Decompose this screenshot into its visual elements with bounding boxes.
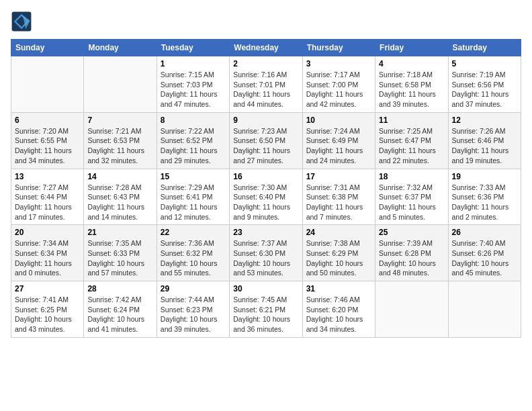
day-detail: Sunrise: 7:37 AM Sunset: 6:30 PM Dayligh… [233, 238, 298, 278]
calendar-cell: 22Sunrise: 7:36 AM Sunset: 6:32 PM Dayli… [157, 225, 229, 281]
day-detail: Sunrise: 7:35 AM Sunset: 6:33 PM Dayligh… [87, 238, 152, 278]
day-detail: Sunrise: 7:18 AM Sunset: 6:58 PM Dayligh… [379, 70, 444, 109]
calendar-cell: 8Sunrise: 7:22 AM Sunset: 6:52 PM Daylig… [157, 112, 229, 169]
day-header-sunday: Sunday [11, 40, 84, 56]
day-number: 9 [233, 116, 298, 125]
calendar-cell: 29Sunrise: 7:44 AM Sunset: 6:23 PM Dayli… [157, 281, 229, 338]
calendar-week-2: 6Sunrise: 7:20 AM Sunset: 6:55 PM Daylig… [11, 112, 521, 169]
calendar-cell: 5Sunrise: 7:19 AM Sunset: 6:56 PM Daylig… [448, 56, 521, 113]
calendar-cell: 17Sunrise: 7:31 AM Sunset: 6:38 PM Dayli… [302, 169, 375, 225]
calendar-table: SundayMondayTuesdayWednesdayThursdayFrid… [11, 39, 521, 338]
calendar-cell: 19Sunrise: 7:33 AM Sunset: 6:36 PM Dayli… [448, 169, 521, 225]
logo-icon [11, 11, 32, 32]
calendar-cell: 12Sunrise: 7:26 AM Sunset: 6:46 PM Dayli… [448, 112, 521, 169]
day-header-friday: Friday [375, 40, 448, 56]
day-detail: Sunrise: 7:25 AM Sunset: 6:47 PM Dayligh… [379, 126, 444, 166]
calendar-week-4: 20Sunrise: 7:34 AM Sunset: 6:34 PM Dayli… [11, 225, 521, 281]
day-detail: Sunrise: 7:22 AM Sunset: 6:52 PM Dayligh… [161, 126, 226, 166]
calendar-cell: 7Sunrise: 7:21 AM Sunset: 6:53 PM Daylig… [84, 112, 157, 169]
calendar-cell: 16Sunrise: 7:30 AM Sunset: 6:40 PM Dayli… [230, 169, 302, 225]
calendar-cell: 9Sunrise: 7:23 AM Sunset: 6:50 PM Daylig… [230, 112, 302, 169]
day-header-thursday: Thursday [302, 40, 375, 56]
day-detail: Sunrise: 7:15 AM Sunset: 7:03 PM Dayligh… [161, 70, 226, 109]
day-number: 1 [161, 59, 226, 68]
calendar-cell [84, 56, 157, 113]
day-detail: Sunrise: 7:16 AM Sunset: 7:01 PM Dayligh… [233, 70, 298, 109]
day-number: 8 [161, 116, 226, 125]
calendar-cell: 3Sunrise: 7:17 AM Sunset: 7:00 PM Daylig… [302, 56, 375, 113]
logo [11, 11, 35, 32]
day-number: 20 [15, 228, 80, 237]
day-header-wednesday: Wednesday [230, 40, 302, 56]
calendar-cell: 25Sunrise: 7:39 AM Sunset: 6:28 PM Dayli… [375, 225, 448, 281]
day-number: 22 [161, 228, 226, 237]
day-detail: Sunrise: 7:34 AM Sunset: 6:34 PM Dayligh… [15, 238, 80, 278]
day-detail: Sunrise: 7:36 AM Sunset: 6:32 PM Dayligh… [161, 238, 226, 278]
day-number: 18 [379, 172, 444, 181]
day-number: 26 [452, 228, 517, 237]
calendar-cell: 27Sunrise: 7:41 AM Sunset: 6:25 PM Dayli… [11, 281, 84, 338]
day-number: 5 [452, 59, 517, 68]
day-number: 19 [452, 172, 517, 181]
calendar-cell: 2Sunrise: 7:16 AM Sunset: 7:01 PM Daylig… [230, 56, 302, 113]
day-detail: Sunrise: 7:38 AM Sunset: 6:29 PM Dayligh… [306, 238, 371, 278]
calendar-cell: 14Sunrise: 7:28 AM Sunset: 6:43 PM Dayli… [84, 169, 157, 225]
calendar-cell: 31Sunrise: 7:46 AM Sunset: 6:20 PM Dayli… [302, 281, 375, 338]
day-detail: Sunrise: 7:45 AM Sunset: 6:21 PM Dayligh… [233, 295, 298, 334]
day-number: 27 [15, 284, 80, 293]
calendar-cell: 23Sunrise: 7:37 AM Sunset: 6:30 PM Dayli… [230, 225, 302, 281]
day-detail: Sunrise: 7:27 AM Sunset: 6:44 PM Dayligh… [15, 183, 80, 222]
day-detail: Sunrise: 7:29 AM Sunset: 6:41 PM Dayligh… [161, 183, 226, 222]
day-detail: Sunrise: 7:23 AM Sunset: 6:50 PM Dayligh… [233, 126, 298, 166]
day-number: 31 [306, 284, 371, 293]
calendar-cell: 24Sunrise: 7:38 AM Sunset: 6:29 PM Dayli… [302, 225, 375, 281]
day-number: 30 [233, 284, 298, 293]
day-detail: Sunrise: 7:40 AM Sunset: 6:26 PM Dayligh… [452, 238, 517, 278]
calendar-cell: 26Sunrise: 7:40 AM Sunset: 6:26 PM Dayli… [448, 225, 521, 281]
day-number: 25 [379, 228, 444, 237]
day-detail: Sunrise: 7:33 AM Sunset: 6:36 PM Dayligh… [452, 183, 517, 222]
calendar-cell: 1Sunrise: 7:15 AM Sunset: 7:03 PM Daylig… [157, 56, 229, 113]
day-number: 17 [306, 172, 371, 181]
calendar-header: SundayMondayTuesdayWednesdayThursdayFrid… [11, 40, 521, 56]
day-number: 3 [306, 59, 371, 68]
day-detail: Sunrise: 7:41 AM Sunset: 6:25 PM Dayligh… [15, 295, 80, 334]
day-number: 2 [233, 59, 298, 68]
day-number: 21 [87, 228, 152, 237]
calendar-cell: 18Sunrise: 7:32 AM Sunset: 6:37 PM Dayli… [375, 169, 448, 225]
calendar-cell: 13Sunrise: 7:27 AM Sunset: 6:44 PM Dayli… [11, 169, 84, 225]
day-number: 6 [15, 116, 80, 125]
day-number: 12 [452, 116, 517, 125]
day-detail: Sunrise: 7:19 AM Sunset: 6:56 PM Dayligh… [452, 70, 517, 109]
day-number: 16 [233, 172, 298, 181]
day-number: 14 [87, 172, 152, 181]
day-number: 23 [233, 228, 298, 237]
calendar-cell: 10Sunrise: 7:24 AM Sunset: 6:49 PM Dayli… [302, 112, 375, 169]
day-header-saturday: Saturday [448, 40, 521, 56]
day-detail: Sunrise: 7:20 AM Sunset: 6:55 PM Dayligh… [15, 126, 80, 166]
day-number: 10 [306, 116, 371, 125]
day-header-monday: Monday [84, 40, 157, 56]
day-detail: Sunrise: 7:42 AM Sunset: 6:24 PM Dayligh… [87, 295, 152, 334]
day-number: 24 [306, 228, 371, 237]
day-number: 28 [87, 284, 152, 293]
calendar-cell: 28Sunrise: 7:42 AM Sunset: 6:24 PM Dayli… [84, 281, 157, 338]
calendar-cell: 15Sunrise: 7:29 AM Sunset: 6:41 PM Dayli… [157, 169, 229, 225]
calendar-cell: 30Sunrise: 7:45 AM Sunset: 6:21 PM Dayli… [230, 281, 302, 338]
day-number: 29 [161, 284, 226, 293]
header-row: SundayMondayTuesdayWednesdayThursdayFrid… [11, 40, 521, 56]
calendar-cell: 11Sunrise: 7:25 AM Sunset: 6:47 PM Dayli… [375, 112, 448, 169]
calendar-cell [375, 281, 448, 338]
calendar-week-3: 13Sunrise: 7:27 AM Sunset: 6:44 PM Dayli… [11, 169, 521, 225]
day-detail: Sunrise: 7:32 AM Sunset: 6:37 PM Dayligh… [379, 183, 444, 222]
day-detail: Sunrise: 7:46 AM Sunset: 6:20 PM Dayligh… [306, 295, 371, 334]
day-detail: Sunrise: 7:44 AM Sunset: 6:23 PM Dayligh… [161, 295, 226, 334]
day-number: 7 [87, 116, 152, 125]
calendar-cell: 21Sunrise: 7:35 AM Sunset: 6:33 PM Dayli… [84, 225, 157, 281]
page-header [11, 11, 521, 32]
calendar-cell: 4Sunrise: 7:18 AM Sunset: 6:58 PM Daylig… [375, 56, 448, 113]
day-detail: Sunrise: 7:28 AM Sunset: 6:43 PM Dayligh… [87, 183, 152, 222]
day-detail: Sunrise: 7:39 AM Sunset: 6:28 PM Dayligh… [379, 238, 444, 278]
calendar-week-1: 1Sunrise: 7:15 AM Sunset: 7:03 PM Daylig… [11, 56, 521, 113]
day-number: 15 [161, 172, 226, 181]
